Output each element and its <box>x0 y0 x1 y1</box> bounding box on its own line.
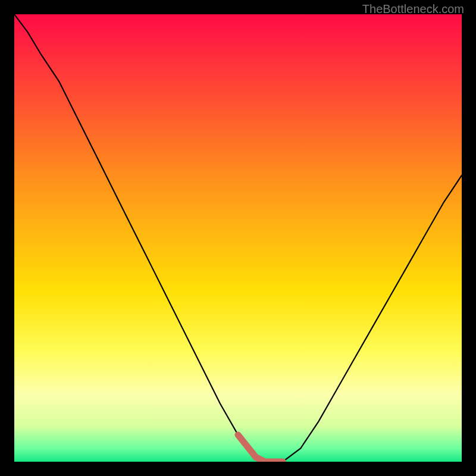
plot-area <box>14 14 462 462</box>
bottleneck-curve <box>14 14 462 462</box>
highlight-curve-path <box>238 435 283 462</box>
chart-frame: TheBottleneck.com <box>0 0 476 476</box>
main-curve-path <box>14 14 462 462</box>
